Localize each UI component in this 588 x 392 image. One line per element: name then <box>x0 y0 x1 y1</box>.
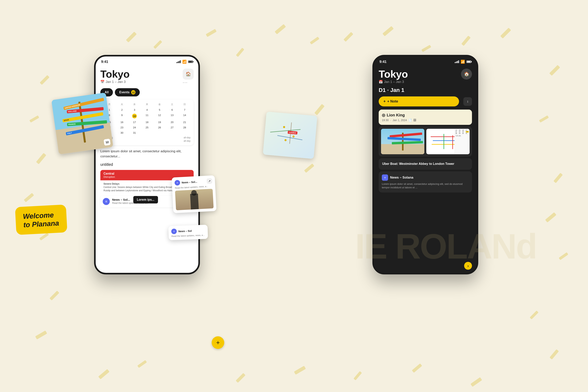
cal-day-31: 31 <box>128 130 140 135</box>
phone-header-dark: Tokyo 📅 Jan 1 – Jan 3 🏠 <box>374 66 477 86</box>
time-dark: 9:41 <box>380 60 386 64</box>
news-float-desc-2: Read the latest updates, news, a... <box>171 234 205 237</box>
news-float-icon: ≡ <box>174 180 180 186</box>
news-card-header: ≡ News – Sol... ↗ <box>174 178 212 186</box>
event-card[interactable]: ◎ Lion King 19:30 · Jan 1, 2024 📄 🖼 <box>379 110 472 125</box>
cal-day-9: 9 <box>116 113 128 119</box>
note-button[interactable]: + + Note <box>379 96 459 106</box>
cal-day-3: 3 <box>128 108 140 112</box>
cal-header-we: 水 <box>128 102 140 107</box>
lorem-text-section: Lorem ipsum dolor sit amet, consectetur … <box>96 147 198 161</box>
metro-map-placeholder: 14151617 21222324 28293031 元旦 (休) <box>426 129 470 154</box>
cal-header-tu: 火 <box>116 102 128 107</box>
cal-day-11: 11 <box>141 113 153 119</box>
home-button-dark[interactable]: 🏠 <box>461 68 472 80</box>
cal-day-5: 5 <box>154 108 166 112</box>
signpost-collage-img <box>381 129 424 154</box>
cal-day-4: 4 <box>141 108 153 112</box>
city-title-light: Tokyo <box>100 68 130 80</box>
boat-text: Uber Boat: Westminster Abbey to London T… <box>382 162 468 166</box>
cal-day-10[interactable]: 10 <box>128 113 140 119</box>
date-range-dark: 📅 Jan 1 – Jan 3 <box>379 80 408 84</box>
cal-day-24: 24 <box>128 125 140 130</box>
tab-events-label: Events <box>119 90 129 94</box>
city-title-dark: Tokyo <box>379 68 408 80</box>
floating-plus-btn[interactable]: + <box>212 336 224 349</box>
cal-header-fr: 金 <box>154 102 166 107</box>
wifi-icon: 📶 <box>182 60 186 64</box>
cal-day-23: 23 <box>116 125 128 130</box>
status-bar-dark: 9:41 📶 <box>374 56 477 66</box>
lorem-text: Lorem ipsum dolor sit amet, consectetur … <box>100 149 182 158</box>
boat-card[interactable]: Uber Boat: Westminster Abbey to London T… <box>379 158 472 170</box>
news-float-desc: Read the latest updates, news, a... <box>175 185 212 189</box>
cal-day-7: 7 <box>179 108 190 112</box>
news-icon: ≡ <box>103 198 110 205</box>
cal-header-sa: 土 <box>166 102 178 107</box>
news-title-dark: News – Solana <box>390 176 413 180</box>
welcome-badge: Welcome to Planana <box>15 204 67 235</box>
untitled-label: untitled <box>96 161 198 168</box>
sort-icon: ↕ <box>467 100 468 103</box>
home-button-light[interactable]: 🏠 <box>183 68 194 80</box>
calendar-events-row-2: 元旦 all-day <box>104 140 190 143</box>
sort-button[interactable]: ↕ <box>463 97 472 106</box>
lorem-overlay: Lorem ips... <box>133 196 158 204</box>
news-icon-dark: ≡ <box>382 174 388 181</box>
signal-icon <box>176 60 181 63</box>
cal-day-26: 26 <box>154 125 166 130</box>
signpost-num-badge: 12 <box>104 138 110 146</box>
cal-day-30: 30 <box>116 130 128 135</box>
cal-day-12: 12 <box>154 113 166 119</box>
day-header: D1 · Jan 1 <box>374 86 477 95</box>
image-collage: 14151617 21222324 28293031 元旦 (休) <box>379 126 472 156</box>
event-time: 19:30 <box>382 118 389 122</box>
person-silhouette <box>190 194 199 210</box>
floating-news-card-2: ≡ News – Sol Read the latest updates, ne… <box>168 225 208 240</box>
more-button-light[interactable]: ··· <box>183 80 194 85</box>
event-title-row: ◎ Lion King <box>382 113 469 118</box>
news-float-title: News – Sol... <box>182 180 205 184</box>
battery-icon <box>188 60 193 63</box>
floating-news-card: ≡ News – Sol... ↗ Read the latest update… <box>172 175 216 213</box>
event-icon: ◎ <box>382 113 385 118</box>
calendar-strip: 14151617 21222324 28293031 元旦 (休) <box>454 129 470 154</box>
news-card-dark[interactable]: ≡ News – Solana Lorem ipsum dolor sit am… <box>379 171 472 192</box>
cal-day-13: 13 <box>166 113 178 119</box>
sign-italy: ITALY <box>66 125 104 136</box>
status-bar-light: 9:41 📶 <box>96 56 198 66</box>
news-action-btn[interactable]: › <box>464 262 472 270</box>
signal-icon-dark <box>455 60 459 63</box>
news-card-2-header: ≡ News – Sol <box>171 228 205 234</box>
cal-day-20: 20 <box>166 120 178 124</box>
battery-icon-dark <box>466 60 471 63</box>
time-light: 9:41 <box>101 60 108 64</box>
doc-icon: 📄 <box>408 118 412 122</box>
news-header-dark: ≡ News – Solana <box>382 174 469 181</box>
cal-day-27: 27 <box>166 125 178 130</box>
metro-line-4 <box>444 134 444 149</box>
metro-collage-img: 14151617 21222324 28293031 元旦 (休) <box>426 129 470 154</box>
header-right-light: 🏠 ··· <box>183 68 194 85</box>
cal-day-6: 6 <box>166 108 178 112</box>
disruption-body-text: Central Line: Severe delays between Whit… <box>104 186 184 192</box>
cal-header-th: 木 <box>141 102 153 107</box>
cal-day-14: 14 <box>179 113 190 119</box>
cal-event-all-day-2: all-day <box>184 140 190 143</box>
cal-day-16: 16 <box>116 120 128 124</box>
disruption-title: Central <box>104 172 190 176</box>
status-icons-light: 📶 <box>176 60 193 64</box>
wifi-icon-dark: 📶 <box>460 60 465 64</box>
cal-strip-grid: 14151617 21222324 28293031 <box>456 130 469 134</box>
event-dot: · <box>390 118 391 122</box>
welcome-text: Welcome to Planana <box>23 211 59 229</box>
cal-day-25: 25 <box>141 125 153 130</box>
event-date: Jan 1, 2024 <box>392 118 407 122</box>
cal-day-17: 17 <box>128 120 140 124</box>
signpost-img-large: UNITED KINGDOM HOLLAND SPAIN FRANCE ITAL… <box>51 92 113 154</box>
phone-header-light: Tokyo 📅 Jan 1 – Jan 3 🏠 ··· <box>96 66 198 87</box>
event-time-row: 19:30 · Jan 1, 2024 📄 🖼 <box>382 118 469 122</box>
news-share-icon[interactable]: ↗ <box>206 178 212 184</box>
cal-day-21: 21 <box>179 120 190 124</box>
tab-events[interactable]: Events 12 <box>115 88 140 96</box>
